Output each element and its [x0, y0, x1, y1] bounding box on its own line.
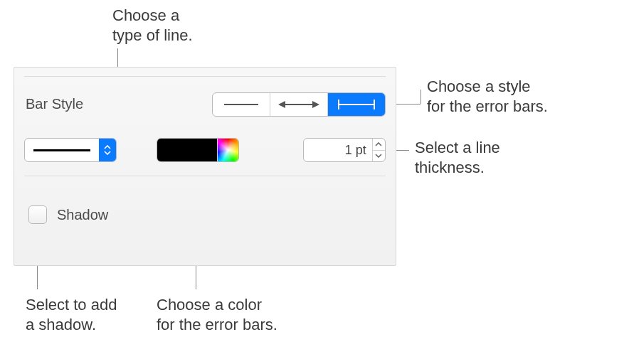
- leader-line: [392, 104, 420, 105]
- line-cap-icon: [334, 98, 379, 111]
- divider: [24, 176, 386, 176]
- line-type-dropdown[interactable]: [24, 138, 117, 162]
- line-type-preview: [25, 149, 99, 151]
- error-bar-style-arrow[interactable]: [270, 93, 328, 116]
- error-bar-style-cap[interactable]: [328, 93, 385, 116]
- line-thickness-stepper[interactable]: [303, 138, 386, 162]
- bar-style-label: Bar Style: [26, 96, 83, 112]
- chevron-down-icon: [375, 154, 382, 158]
- line-arrow-icon: [277, 99, 321, 110]
- svg-marker-2: [278, 101, 285, 108]
- callout-shadow: Select to add a shadow.: [26, 295, 117, 334]
- stepper-up-button[interactable]: [373, 139, 385, 151]
- shadow-checkbox[interactable]: [28, 205, 47, 224]
- chevron-up-icon: [375, 142, 382, 146]
- callout-color: Choose a color for the error bars.: [157, 295, 277, 334]
- stepper-down-button[interactable]: [373, 151, 385, 162]
- error-bar-style-segmented[interactable]: [212, 92, 386, 117]
- line-thickness-field[interactable]: [304, 139, 372, 161]
- stepper-buttons: [372, 139, 385, 161]
- solid-line-icon: [33, 149, 90, 151]
- error-bar-style-plain[interactable]: [213, 93, 270, 116]
- callout-line-type: Choose a type of line.: [112, 6, 193, 45]
- shadow-row: Shadow: [28, 205, 108, 224]
- color-swatch: [157, 139, 217, 161]
- callout-thickness: Select a line thickness.: [415, 138, 500, 177]
- shadow-label: Shadow: [57, 207, 108, 223]
- color-wheel-icon[interactable]: [217, 139, 238, 161]
- line-plain-icon: [221, 99, 261, 110]
- updown-chevrons-icon: [99, 139, 116, 161]
- format-panel: Bar Style: [14, 67, 396, 266]
- svg-marker-3: [312, 101, 319, 108]
- error-bar-color-well[interactable]: [157, 138, 239, 162]
- divider: [24, 76, 386, 77]
- callout-error-bar-style: Choose a style for the error bars.: [427, 77, 548, 116]
- leader-line: [420, 90, 421, 104]
